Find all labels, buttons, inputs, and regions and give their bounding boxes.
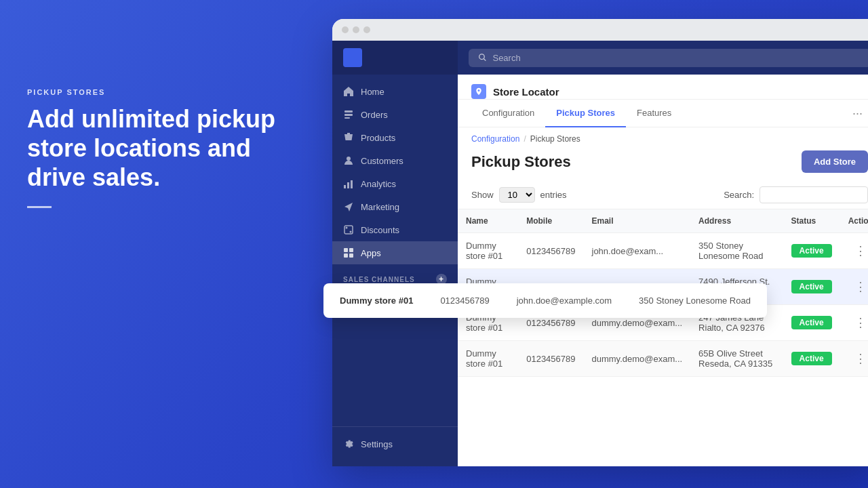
sidebar-item-label-analytics: Analytics — [361, 179, 396, 189]
svg-point-7 — [346, 227, 348, 229]
left-panel: PICKUP STORES Add unlimited pickup store… — [27, 88, 298, 208]
svg-rect-2 — [344, 117, 350, 119]
customers-icon — [343, 155, 354, 166]
table-wrapper: Name Mobile Email Address Status Action … — [458, 209, 868, 466]
home-icon — [343, 86, 354, 97]
sidebar-item-apps[interactable]: Apps — [332, 241, 458, 264]
breadcrumb-sep: / — [524, 134, 526, 144]
page-title: Pickup Stores — [471, 153, 571, 171]
orders-icon — [343, 109, 354, 120]
store-locator-icon — [471, 84, 486, 99]
main-content: Store Locator Configuration Pickup Store… — [458, 41, 868, 466]
eyebrow-label: PICKUP STORES — [27, 88, 298, 96]
cell-status: Active — [783, 233, 840, 269]
sidebar-logo-box — [343, 48, 362, 67]
sidebar-item-discounts[interactable]: Discounts — [332, 218, 458, 241]
browser-window: Home Orders Products Customers — [332, 19, 868, 466]
table-search-input[interactable] — [760, 186, 868, 203]
apps-icon — [343, 247, 354, 258]
status-badge: Active — [791, 352, 832, 365]
cell-mobile: 0123456789 — [518, 233, 583, 269]
entries-label: entries — [540, 190, 567, 200]
sidebar-item-products[interactable]: Products — [332, 126, 458, 149]
analytics-icon — [343, 178, 354, 189]
col-action: Action — [840, 209, 868, 233]
svg-rect-13 — [349, 253, 353, 258]
table-header-row: Name Mobile Email Address Status Action — [458, 209, 868, 233]
tab-features[interactable]: Features — [626, 100, 682, 127]
sidebar: Home Orders Products Customers — [332, 41, 458, 466]
sidebar-item-label-settings: Settings — [361, 439, 393, 449]
sidebar-item-marketing[interactable]: Marketing — [332, 195, 458, 218]
settings-icon — [343, 439, 354, 449]
store-locator-title: Store Locator — [493, 86, 559, 98]
tab-more-button[interactable]: ··· — [847, 101, 868, 126]
browser-dot-3 — [363, 26, 370, 33]
search-bar[interactable] — [469, 49, 868, 67]
action-menu-button[interactable]: ⋮ — [848, 315, 868, 330]
breadcrumb-config[interactable]: Configuration — [471, 134, 519, 144]
cell-name: Dummy store #01 — [458, 233, 518, 269]
cell-email: dummy.demo@exam... — [584, 341, 691, 377]
sidebar-logo — [332, 41, 458, 75]
sidebar-item-label-marketing: Marketing — [361, 202, 399, 212]
sidebar-item-orders[interactable]: Orders — [332, 103, 458, 126]
table-row: Dummy store #01 0123456789 john.doe@exam… — [458, 233, 868, 269]
tab-pickup-stores[interactable]: Pickup Stores — [545, 100, 626, 127]
discounts-icon — [343, 224, 354, 235]
cell-status: Active — [783, 305, 840, 341]
search-input[interactable] — [492, 53, 861, 63]
show-entries: Show 10 25 50 entries — [471, 187, 567, 203]
svg-rect-11 — [349, 248, 353, 252]
browser-dot-1 — [342, 26, 349, 33]
headline: Add unlimited pickup store locations and… — [27, 104, 298, 192]
sidebar-item-label-customers: Customers — [361, 156, 403, 166]
cell-action: ⋮ — [840, 269, 868, 305]
sales-channels-label: SALES CHANNELS — [343, 276, 415, 283]
products-icon — [343, 132, 354, 143]
cell-address: 65B Olive Street Reseda, CA 91335 — [690, 341, 783, 377]
col-email: Email — [584, 209, 691, 233]
col-address: Address — [690, 209, 783, 233]
top-bar — [458, 41, 868, 75]
cell-status: Active — [783, 269, 840, 305]
cell-status: Active — [783, 341, 840, 377]
sidebar-item-settings[interactable]: Settings — [332, 432, 458, 455]
svg-rect-5 — [347, 182, 349, 188]
entries-select[interactable]: 10 25 50 — [499, 187, 535, 203]
browser-dot-2 — [353, 26, 359, 33]
sidebar-bottom: Settings — [332, 426, 458, 466]
divider — [27, 206, 52, 208]
svg-point-3 — [347, 157, 351, 161]
breadcrumb: Configuration / Pickup Stores — [458, 127, 868, 146]
action-menu-button[interactable]: ⋮ — [848, 243, 868, 258]
col-mobile: Mobile — [518, 209, 583, 233]
action-menu-button[interactable]: ⋮ — [848, 351, 868, 366]
status-badge: Active — [791, 280, 832, 293]
cell-mobile: 0123456789 — [518, 341, 583, 377]
browser-bar — [332, 19, 868, 41]
col-status: Status — [783, 209, 840, 233]
tabs-row: Configuration Pickup Stores Features ··· — [458, 100, 868, 127]
table-row: Dummy store #01 0123456789 dummy.demo@ex… — [458, 341, 868, 377]
sidebar-item-home[interactable]: Home — [332, 80, 458, 103]
sidebar-item-label-products: Products — [361, 133, 395, 143]
action-menu-button[interactable]: ⋮ — [848, 279, 868, 294]
floating-address: 350 Stoney Lonesome Road — [639, 296, 751, 306]
floating-card: Dummy store #01 0123456789 john.doe@exam… — [323, 283, 767, 318]
cell-email: john.doe@exam... — [584, 233, 691, 269]
svg-rect-12 — [344, 253, 348, 258]
cell-address: 350 Stoney Lonesome Road — [690, 233, 783, 269]
table-controls: Show 10 25 50 entries Search: — [458, 181, 868, 209]
breadcrumb-current: Pickup Stores — [530, 134, 580, 144]
cell-action: ⋮ — [840, 305, 868, 341]
sidebar-item-analytics[interactable]: Analytics — [332, 172, 458, 195]
tab-configuration[interactable]: Configuration — [471, 100, 545, 127]
search-icon — [478, 53, 487, 62]
sidebar-item-customers[interactable]: Customers — [332, 149, 458, 172]
page-title-row: Pickup Stores Add Store — [458, 146, 868, 181]
show-label: Show — [471, 190, 494, 200]
floating-store-name: Dummy store #01 — [340, 296, 413, 306]
svg-rect-0 — [344, 110, 353, 113]
add-store-button[interactable]: Add Store — [802, 150, 868, 173]
